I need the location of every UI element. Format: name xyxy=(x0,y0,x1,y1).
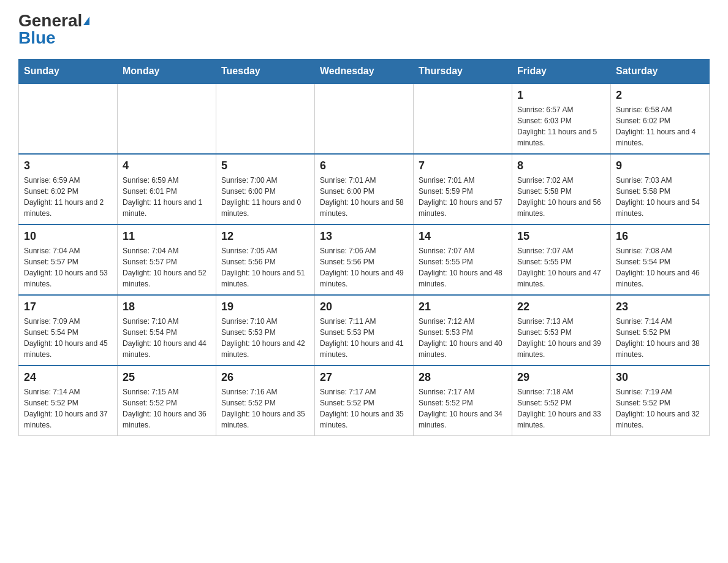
day-number: 26 xyxy=(221,371,309,384)
day-info: Sunrise: 7:14 AMSunset: 5:52 PMDaylight:… xyxy=(24,386,112,431)
day-info: Sunrise: 7:15 AMSunset: 5:52 PMDaylight:… xyxy=(123,386,211,431)
calendar-cell: 7Sunrise: 7:01 AMSunset: 5:59 PMDaylight… xyxy=(414,154,512,224)
logo-general-text: General xyxy=(18,12,82,29)
weekday-header-thursday: Thursday xyxy=(414,59,512,84)
day-info: Sunrise: 7:04 AMSunset: 5:57 PMDaylight:… xyxy=(24,245,112,289)
calendar-cell: 2Sunrise: 6:58 AMSunset: 6:02 PMDaylight… xyxy=(611,83,710,154)
calendar-cell: 8Sunrise: 7:02 AMSunset: 5:58 PMDaylight… xyxy=(512,154,611,224)
day-number: 15 xyxy=(517,230,605,243)
calendar-cell: 25Sunrise: 7:15 AMSunset: 5:52 PMDayligh… xyxy=(118,366,216,436)
calendar-cell: 28Sunrise: 7:17 AMSunset: 5:52 PMDayligh… xyxy=(414,366,512,436)
logo-triangle-icon xyxy=(83,17,89,25)
day-info: Sunrise: 7:02 AMSunset: 5:58 PMDaylight:… xyxy=(517,175,605,219)
day-number: 25 xyxy=(123,371,211,384)
calendar-cell xyxy=(118,83,216,154)
day-number: 30 xyxy=(616,371,704,384)
day-number: 21 xyxy=(419,301,507,313)
day-info: Sunrise: 7:11 AMSunset: 5:53 PMDaylight:… xyxy=(320,316,408,360)
logo: General Blue xyxy=(18,12,89,47)
day-number: 3 xyxy=(24,159,112,172)
day-info: Sunrise: 6:59 AMSunset: 6:01 PMDaylight:… xyxy=(123,175,211,219)
calendar-cell xyxy=(414,83,512,154)
calendar-table: SundayMondayTuesdayWednesdayThursdayFrid… xyxy=(18,59,710,436)
day-info: Sunrise: 7:16 AMSunset: 5:52 PMDaylight:… xyxy=(221,386,309,431)
day-number: 10 xyxy=(24,230,112,243)
weekday-header-friday: Friday xyxy=(512,59,611,84)
calendar-cell: 16Sunrise: 7:08 AMSunset: 5:54 PMDayligh… xyxy=(611,224,710,295)
day-number: 8 xyxy=(517,159,605,172)
calendar-cell: 13Sunrise: 7:06 AMSunset: 5:56 PMDayligh… xyxy=(315,224,414,295)
day-number: 22 xyxy=(517,301,605,313)
day-number: 9 xyxy=(616,159,704,172)
logo-blue-text: Blue xyxy=(18,29,56,47)
day-number: 16 xyxy=(616,230,704,243)
day-info: Sunrise: 7:19 AMSunset: 5:52 PMDaylight:… xyxy=(616,386,704,431)
day-number: 24 xyxy=(24,371,112,384)
calendar-cell: 10Sunrise: 7:04 AMSunset: 5:57 PMDayligh… xyxy=(19,224,118,295)
calendar-cell: 15Sunrise: 7:07 AMSunset: 5:55 PMDayligh… xyxy=(512,224,611,295)
calendar-cell: 20Sunrise: 7:11 AMSunset: 5:53 PMDayligh… xyxy=(315,295,414,366)
weekday-header-sunday: Sunday xyxy=(19,59,118,84)
calendar-cell: 12Sunrise: 7:05 AMSunset: 5:56 PMDayligh… xyxy=(216,224,315,295)
day-info: Sunrise: 7:07 AMSunset: 5:55 PMDaylight:… xyxy=(419,245,507,289)
calendar-cell: 24Sunrise: 7:14 AMSunset: 5:52 PMDayligh… xyxy=(19,366,118,436)
weekday-header-wednesday: Wednesday xyxy=(315,59,414,84)
day-info: Sunrise: 7:04 AMSunset: 5:57 PMDaylight:… xyxy=(123,245,211,289)
day-number: 4 xyxy=(123,159,211,172)
calendar-cell: 22Sunrise: 7:13 AMSunset: 5:53 PMDayligh… xyxy=(512,295,611,366)
day-number: 27 xyxy=(320,371,408,384)
day-info: Sunrise: 7:12 AMSunset: 5:53 PMDaylight:… xyxy=(419,316,507,360)
weekday-header-row: SundayMondayTuesdayWednesdayThursdayFrid… xyxy=(19,59,710,84)
day-number: 28 xyxy=(419,371,507,384)
weekday-header-monday: Monday xyxy=(118,59,216,84)
day-number: 7 xyxy=(419,159,507,172)
calendar-cell: 6Sunrise: 7:01 AMSunset: 6:00 PMDaylight… xyxy=(315,154,414,224)
day-number: 14 xyxy=(419,230,507,243)
day-number: 13 xyxy=(320,230,408,243)
day-info: Sunrise: 7:10 AMSunset: 5:54 PMDaylight:… xyxy=(123,316,211,360)
day-info: Sunrise: 7:00 AMSunset: 6:00 PMDaylight:… xyxy=(221,175,309,219)
day-info: Sunrise: 7:10 AMSunset: 5:53 PMDaylight:… xyxy=(221,316,309,360)
calendar-cell: 14Sunrise: 7:07 AMSunset: 5:55 PMDayligh… xyxy=(414,224,512,295)
day-number: 1 xyxy=(517,89,605,102)
day-info: Sunrise: 7:18 AMSunset: 5:52 PMDaylight:… xyxy=(517,386,605,431)
calendar-cell: 26Sunrise: 7:16 AMSunset: 5:52 PMDayligh… xyxy=(216,366,315,436)
calendar-cell: 1Sunrise: 6:57 AMSunset: 6:03 PMDaylight… xyxy=(512,83,611,154)
calendar-cell: 27Sunrise: 7:17 AMSunset: 5:52 PMDayligh… xyxy=(315,366,414,436)
day-info: Sunrise: 7:17 AMSunset: 5:52 PMDaylight:… xyxy=(320,386,408,431)
day-number: 12 xyxy=(221,230,309,243)
day-number: 23 xyxy=(616,301,704,313)
day-info: Sunrise: 7:01 AMSunset: 5:59 PMDaylight:… xyxy=(419,175,507,219)
day-number: 19 xyxy=(221,301,309,313)
calendar-cell: 3Sunrise: 6:59 AMSunset: 6:02 PMDaylight… xyxy=(19,154,118,224)
calendar-week-row: 1Sunrise: 6:57 AMSunset: 6:03 PMDaylight… xyxy=(19,83,710,154)
day-info: Sunrise: 6:58 AMSunset: 6:02 PMDaylight:… xyxy=(616,104,704,148)
day-number: 17 xyxy=(24,301,112,313)
day-number: 5 xyxy=(221,159,309,172)
calendar-cell xyxy=(19,83,118,154)
day-info: Sunrise: 7:09 AMSunset: 5:54 PMDaylight:… xyxy=(24,316,112,360)
calendar-cell: 21Sunrise: 7:12 AMSunset: 5:53 PMDayligh… xyxy=(414,295,512,366)
day-number: 6 xyxy=(320,159,408,172)
calendar-cell: 23Sunrise: 7:14 AMSunset: 5:52 PMDayligh… xyxy=(611,295,710,366)
day-number: 20 xyxy=(320,301,408,313)
day-info: Sunrise: 7:08 AMSunset: 5:54 PMDaylight:… xyxy=(616,245,704,289)
weekday-header-tuesday: Tuesday xyxy=(216,59,315,84)
day-number: 18 xyxy=(123,301,211,313)
calendar-cell: 4Sunrise: 6:59 AMSunset: 6:01 PMDaylight… xyxy=(118,154,216,224)
day-info: Sunrise: 7:14 AMSunset: 5:52 PMDaylight:… xyxy=(616,316,704,360)
day-info: Sunrise: 7:05 AMSunset: 5:56 PMDaylight:… xyxy=(221,245,309,289)
calendar-cell: 30Sunrise: 7:19 AMSunset: 5:52 PMDayligh… xyxy=(611,366,710,436)
day-info: Sunrise: 7:07 AMSunset: 5:55 PMDaylight:… xyxy=(517,245,605,289)
day-info: Sunrise: 7:03 AMSunset: 5:58 PMDaylight:… xyxy=(616,175,704,219)
calendar-cell: 29Sunrise: 7:18 AMSunset: 5:52 PMDayligh… xyxy=(512,366,611,436)
day-info: Sunrise: 6:59 AMSunset: 6:02 PMDaylight:… xyxy=(24,175,112,219)
day-number: 11 xyxy=(123,230,211,243)
calendar-week-row: 24Sunrise: 7:14 AMSunset: 5:52 PMDayligh… xyxy=(19,366,710,436)
day-number: 29 xyxy=(517,371,605,384)
day-info: Sunrise: 7:01 AMSunset: 6:00 PMDaylight:… xyxy=(320,175,408,219)
weekday-header-saturday: Saturday xyxy=(611,59,710,84)
day-info: Sunrise: 6:57 AMSunset: 6:03 PMDaylight:… xyxy=(517,104,605,148)
day-info: Sunrise: 7:13 AMSunset: 5:53 PMDaylight:… xyxy=(517,316,605,360)
calendar-week-row: 17Sunrise: 7:09 AMSunset: 5:54 PMDayligh… xyxy=(19,295,710,366)
